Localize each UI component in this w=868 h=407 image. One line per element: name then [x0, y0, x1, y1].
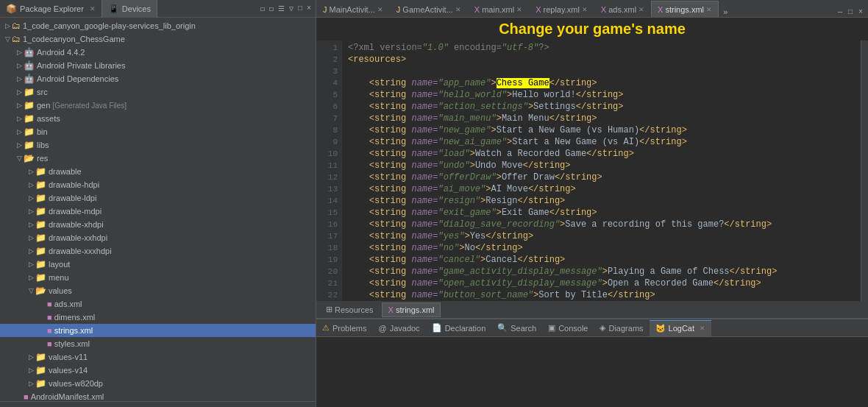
code-line-6: <string name="action_settings">Settings<…: [348, 101, 855, 113]
expand-icon: ▽: [3, 35, 12, 43]
editor-vertical-scrollbar[interactable]: [861, 40, 868, 301]
tree-item-android442[interactable]: ▷ 🤖 Android 4.4.2: [0, 46, 316, 59]
tab-close-icon[interactable]: ✕: [377, 6, 383, 13]
tree-item-drawable-ldpi[interactable]: ▷ 📁 drawable-ldpi: [0, 191, 316, 205]
tree-item-bin[interactable]: ▷ 📁 bin: [0, 125, 316, 138]
folder-icon: 📁: [24, 113, 35, 124]
tab-console[interactable]: ▣ Console: [542, 320, 594, 336]
tab-ads-xml[interactable]: X ads.xml ✕: [594, 1, 651, 17]
tab-close-icon[interactable]: ✕: [455, 6, 461, 13]
tree-item-assets[interactable]: ▷ 📁 assets: [0, 112, 316, 125]
left-horizontal-scrollbar[interactable]: [0, 401, 316, 407]
collapse-all-icon[interactable]: ◻: [259, 4, 266, 14]
tree-item-libs[interactable]: ▷ 📁 libs: [0, 138, 316, 152]
package-tree[interactable]: ▷ 🗂 1_code_canyon_google-play-services_l…: [0, 18, 316, 401]
code-editor[interactable]: <?xml version="1.0" encoding="utf-8"?> <…: [342, 40, 861, 301]
tree-item-drawable-xhdpi[interactable]: ▷ 📁 drawable-xhdpi: [0, 218, 316, 231]
tree-item-styles-xml[interactable]: ■ styles.xml: [0, 337, 316, 350]
console-icon: ▣: [548, 323, 555, 333]
strings-xml-tab[interactable]: X strings.xml: [382, 302, 441, 317]
tree-item-label: Android Private Libraries: [37, 61, 125, 70]
tree-item-label: AndroidManifest.xml: [31, 392, 104, 401]
tree-item-drawable[interactable]: ▷ 📁 drawable: [0, 165, 316, 178]
logcat-close-icon[interactable]: ✕: [700, 325, 705, 332]
minimize-icon[interactable]: □: [296, 4, 304, 13]
tab-close-icon[interactable]: ✕: [706, 6, 712, 13]
tab-search[interactable]: 🔍 Search: [491, 320, 542, 336]
tab-close-icon[interactable]: ✕: [582, 6, 588, 13]
expand-icon: ▷: [26, 234, 35, 241]
tree-item-label: gen [Generated Java Files]: [37, 101, 127, 110]
tree-item-values[interactable]: ▽ 📂 values: [0, 284, 316, 297]
folder-icon: 📁: [35, 193, 46, 203]
tree-item-src[interactable]: ▷ 📁 src: [0, 85, 316, 99]
tree-item-drawable-xxhdpi[interactable]: ▷ 📁 drawable-xxhdpi: [0, 231, 316, 244]
tree-item-label: values-v11: [49, 353, 88, 361]
tree-item-res[interactable]: ▽ 📂 res: [0, 152, 316, 165]
tab-replay-xml[interactable]: X replay.xml ✕: [529, 1, 594, 17]
tree-item-layout[interactable]: ▷ 📁 layout: [0, 258, 316, 271]
menu-icon[interactable]: ☰: [277, 4, 286, 14]
tree-item-dimens-xml[interactable]: ■ dimens.xml: [0, 311, 316, 324]
tab-diagrams[interactable]: ◈ Diagrams: [594, 320, 649, 336]
tab-mainactivity[interactable]: J MainActivit... ✕: [316, 1, 390, 17]
tree-item-label: values-v14: [49, 366, 88, 375]
tab-close-icon[interactable]: ✕: [638, 6, 644, 13]
tree-item-label: dimens.xml: [54, 313, 96, 322]
minimize-window-icon[interactable]: —: [836, 7, 844, 17]
expand-icon: ▷: [15, 49, 24, 56]
tree-item-chess-game[interactable]: ▽ 🗂 1_codecanyon_ChessGame: [0, 32, 316, 46]
tree-item-android-private[interactable]: ▷ 🤖 Android Private Libraries: [0, 59, 316, 72]
devices-tab[interactable]: 📱 Devices: [102, 0, 157, 18]
tab-overflow-icon[interactable]: »: [720, 8, 731, 17]
tree-item-values-v14[interactable]: ▷ 📁 values-v14: [0, 364, 316, 377]
tab-problems[interactable]: ⚠ Problems: [316, 320, 372, 336]
tree-item-values-v11[interactable]: ▷ 📁 values-v11: [0, 350, 316, 364]
tree-item-drawable-hdpi[interactable]: ▷ 📁 drawable-hdpi: [0, 178, 316, 191]
tree-item-ads-xml[interactable]: ■ ads.xml: [0, 297, 316, 311]
tree-item-values-w820dp[interactable]: ▷ 📁 values-w820dp: [0, 377, 316, 390]
tab-declaration[interactable]: 📄 Declaration: [426, 320, 492, 336]
xml-file-icon: X: [658, 5, 663, 14]
expand-icon: ▽: [26, 287, 35, 294]
tab-close-icon[interactable]: ✕: [516, 6, 522, 13]
tab-gameactivity[interactable]: J GameActivit... ✕: [390, 1, 468, 17]
link-editor-icon[interactable]: ◻: [268, 4, 275, 14]
tree-item-label: drawable-hdpi: [49, 180, 99, 189]
resources-icon: ⊞: [326, 305, 332, 314]
tree-item-drawable-xxxhdpi[interactable]: ▷ 📁 drawable-xxxhdpi: [0, 244, 316, 258]
tab-strings-xml[interactable]: X strings.xml ✕: [651, 1, 719, 17]
expand-icon: ▷: [15, 75, 24, 82]
tree-item-drawable-mdpi[interactable]: ▷ 📁 drawable-mdpi: [0, 205, 316, 218]
expand-icon: ▷: [26, 208, 35, 215]
code-line-11: <string name="undo">Undo Move</string>: [348, 160, 855, 171]
tab-javadoc[interactable]: @ Javadoc: [372, 320, 425, 336]
chevron-down-icon[interactable]: ▽: [288, 4, 295, 14]
xml-file-icon: ■: [47, 339, 52, 348]
pkg-x-icon[interactable]: ✕: [90, 5, 96, 13]
tree-item-android-deps[interactable]: ▷ 🤖 Android Dependencies: [0, 72, 316, 85]
folder-icon: 📁: [24, 140, 35, 150]
xml-file-icon: X: [601, 5, 606, 14]
tree-item-label: res: [37, 154, 48, 163]
expand-icon: ▷: [26, 194, 35, 202]
tab-logcat[interactable]: 🐱 LogCat ✕: [650, 320, 711, 336]
tree-item-strings-xml[interactable]: ■ strings.xml: [0, 324, 316, 337]
code-line-5: <string name="hello_world">Hello world!<…: [348, 89, 855, 101]
resources-tab[interactable]: ⊞ Resources: [319, 302, 380, 317]
problems-icon: ⚠: [322, 323, 330, 333]
tree-item-gen[interactable]: ▷ 📁 gen [Generated Java Files]: [0, 99, 316, 112]
tree-item-androidmanifest[interactable]: ■ AndroidManifest.xml: [0, 390, 316, 401]
tree-item-lib-origin[interactable]: ▷ 🗂 1_code_canyon_google-play-services_l…: [0, 19, 316, 32]
maximize-window-icon[interactable]: □: [846, 7, 855, 17]
package-explorer-tab[interactable]: 📦 Package Explorer ✕: [0, 0, 102, 18]
close-window-icon[interactable]: ×: [856, 7, 865, 17]
expand-icon: ▷: [15, 141, 24, 149]
folder-icon: 📁: [35, 180, 46, 190]
tab-label: ads.xml: [608, 5, 636, 14]
tree-item-label: drawable: [49, 167, 82, 176]
tab-main-xml[interactable]: X main.xml ✕: [468, 1, 529, 17]
tree-item-menu[interactable]: ▷ 📁 menu: [0, 271, 316, 284]
expand-icon: ▷: [15, 115, 24, 122]
close-panel-icon[interactable]: ×: [305, 4, 313, 13]
